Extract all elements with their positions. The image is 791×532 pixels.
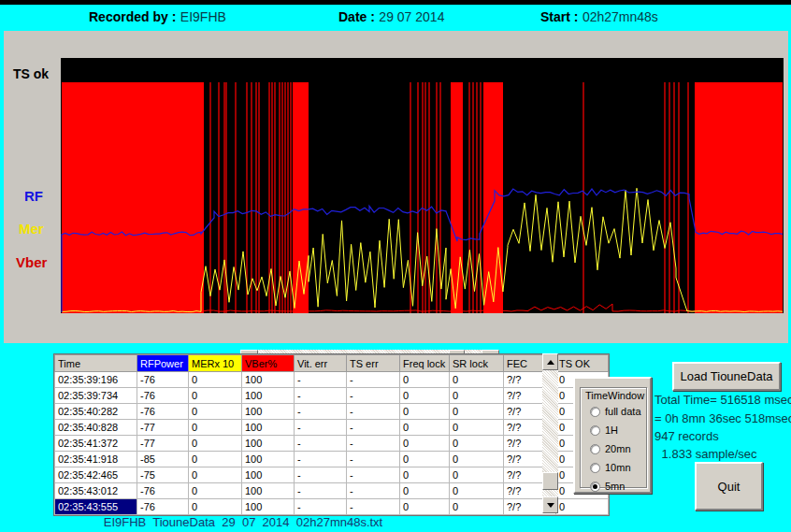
table-cell: 0 (400, 436, 450, 452)
start-time: Start : 02h27mn48s (540, 8, 658, 25)
table-cell: 0 (400, 420, 450, 436)
radio-icon (590, 407, 600, 417)
table-header-cell[interactable]: SR lock (450, 355, 504, 372)
table-cell: 100 (242, 388, 295, 404)
table-header-cell[interactable]: TS err (347, 355, 400, 372)
table-cell: 0 (189, 420, 242, 436)
table-cell: - (347, 388, 400, 404)
table-cell: 0 (400, 372, 450, 388)
date-value: 29 07 2014 (379, 9, 444, 24)
timewindow-option-full-data[interactable]: full data (590, 405, 641, 418)
table-cell: 02:35:42:465 (55, 467, 137, 483)
titlebar-strip (0, 0, 791, 5)
load-tiounedata-button[interactable]: Load TiouneData (672, 362, 781, 391)
table-cell: 0 (450, 420, 504, 436)
timewindow-groupbox: TimeWindow full data1H20mn10mn5mn (573, 377, 652, 494)
timewindow-option-5mn[interactable]: 5mn (590, 480, 625, 493)
up-arrow-icon (547, 360, 554, 365)
table-row[interactable]: 02:35:41:918-850100--00?/?0 (55, 452, 609, 467)
radio-label: 20mn (605, 443, 631, 454)
table-cell: -77 (137, 436, 189, 452)
table-header-row: TimeRFPowerMERx 10VBer%Vit. errTS errFre… (55, 355, 609, 372)
radio-icon (590, 425, 600, 436)
table-cell: - (295, 483, 347, 499)
table-cell: - (295, 372, 347, 388)
table-row[interactable]: 02:35:39:734-760100--00?/?0 (55, 388, 609, 404)
table-cell: - (295, 420, 347, 436)
timewindow-frame: TimeWindow full data1H20mn10mn5mn (580, 387, 647, 488)
app-window: { "header": { "recorded_label": "Recorde… (0, 0, 791, 532)
table-header-cell[interactable]: MERx 10 (189, 355, 242, 372)
ts-ok-label: TS ok (13, 66, 49, 81)
table-row[interactable]: 02:35:42:465-750100--00?/?0 (55, 467, 609, 483)
table-header-cell[interactable]: Freq lock (400, 355, 450, 372)
data-table: TimeRFPowerMERx 10VBer%Vit. errTS errFre… (53, 353, 610, 516)
records-text: 947 records (654, 429, 719, 443)
mer-legend-label: Mer (19, 221, 44, 237)
table-row[interactable]: 02:35:41:372-770100--00?/?0 (55, 436, 609, 452)
table-cell: 100 (242, 452, 295, 467)
table-cell: 0 (189, 436, 242, 452)
table-cell: 02:35:39:734 (55, 388, 137, 404)
timewindow-option-10mn[interactable]: 10mn (590, 461, 631, 474)
table-row[interactable]: 02:35:40:828-770100--00?/?0 (55, 420, 609, 436)
table-cell: - (347, 499, 400, 515)
table-header-cell[interactable]: Vit. err (295, 355, 347, 372)
table-header-cell[interactable]: TS OK (556, 355, 609, 372)
down-arrow-icon (547, 503, 554, 508)
table-cell: 02:35:39:196 (55, 372, 137, 388)
table-cell: 0 (400, 404, 450, 420)
table-cell: -76 (137, 499, 189, 515)
table-row[interactable]: 02:35:40:282-760100--00?/?0 (55, 404, 609, 420)
table-cell: 0 (450, 499, 504, 515)
table-cell: - (295, 388, 347, 404)
table-cell: 100 (242, 420, 295, 436)
table-cell: -76 (137, 404, 189, 420)
table-cell: 0 (556, 499, 609, 515)
recorded-by-value: EI9FHB (180, 9, 226, 24)
radio-label: 10mn (605, 462, 631, 473)
start-label: Start : (540, 9, 578, 24)
table-cell: -75 (137, 467, 189, 483)
recorded-by: Recorded by : EI9FHB (89, 8, 226, 25)
table-row[interactable]: 02:35:43:012-760100--00?/?0 (55, 483, 609, 499)
quit-button[interactable]: Quit (695, 462, 763, 510)
table-header-cell[interactable]: Time (55, 355, 137, 372)
table-row[interactable]: 02:35:39:196-760100--00?/?0 (55, 372, 609, 388)
table-cell: - (295, 404, 347, 420)
timewindow-option-1h[interactable]: 1H (590, 424, 618, 437)
table-cell: - (295, 467, 347, 483)
total-time-text: Total Time= 516518 msec (654, 393, 791, 407)
scroll-down-button[interactable] (542, 496, 558, 513)
date: Date : 29 07 2014 (338, 8, 444, 25)
table-cell: 02:35:41:918 (55, 452, 137, 467)
table-cell: - (347, 483, 400, 499)
table-cell: 0 (400, 388, 450, 404)
table-cell: 0 (189, 483, 242, 499)
timewindow-option-20mn[interactable]: 20mn (590, 442, 631, 455)
radio-label: 5mn (605, 481, 625, 492)
table-header-cell[interactable]: RFPower (137, 355, 189, 372)
table-cell: 0 (450, 483, 504, 499)
radio-icon (590, 482, 600, 492)
table-cell: - (347, 452, 400, 467)
table-cell: - (295, 499, 347, 515)
table-cell: 100 (242, 483, 295, 499)
table-cell: 02:35:40:828 (55, 420, 137, 436)
table-header-cell[interactable]: VBer% (242, 355, 295, 372)
table-cell: -76 (137, 372, 189, 388)
table-cell: 02:35:41:372 (55, 436, 137, 452)
vber-legend-label: Vber (16, 254, 47, 270)
table-cell: 100 (242, 404, 295, 420)
table-cell: 0 (189, 388, 242, 404)
scroll-up-button[interactable] (542, 353, 558, 370)
table-cell: 100 (242, 372, 295, 388)
table-row[interactable]: 02:35:43:555-760100--00?/?0 (55, 499, 609, 515)
table-cell: 0 (400, 499, 450, 515)
table-cell: - (295, 452, 347, 467)
table-cell: -85 (137, 452, 189, 467)
table-cell: - (347, 372, 400, 388)
radio-label: 1H (605, 424, 618, 436)
scroll-thumb[interactable] (542, 472, 558, 490)
table-cell: 100 (242, 467, 295, 483)
